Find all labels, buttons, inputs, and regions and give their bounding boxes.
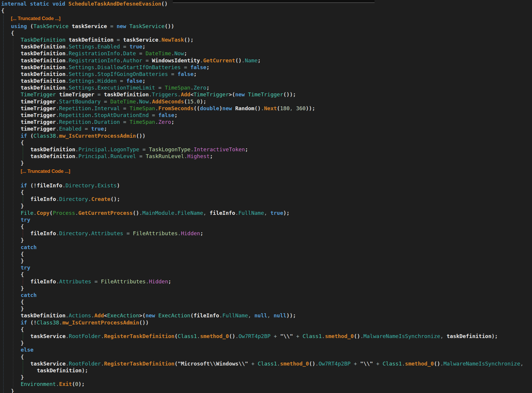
code-line: fileInfo.Directory.Create(); <box>0 196 532 202</box>
code-line: fileInfo.Attributes = FileAttributes.Hid… <box>0 278 532 285</box>
code-line: } <box>0 340 532 346</box>
code-line: if (Class38.mw_IsCurrentProcessAdmin()) <box>0 132 532 139</box>
code-line: else <box>0 346 532 353</box>
decompiler-code-view: internal static void ScheduleTaskAndDefe… <box>0 0 532 393</box>
code-line: taskDefinition.RegistrationInfo.Date = D… <box>0 50 532 57</box>
code-line: taskDefinition.RegistrationInfo.Author =… <box>0 57 532 64</box>
code-line: { <box>0 139 532 146</box>
truncated-code-marker: [... Truncated Code ...] <box>0 15 532 22</box>
code-line <box>0 175 532 182</box>
code-line: } <box>0 160 532 166</box>
code-line: if (!fileInfo.Directory.Exists) <box>0 182 532 189</box>
code-line: TaskDefinition taskDefinition = taskServ… <box>0 36 532 43</box>
code-line: Environment.Exit(0); <box>0 381 532 387</box>
code-line: taskService.RootFolder.RegisterTaskDefin… <box>0 360 532 367</box>
code-line: catch <box>0 244 532 251</box>
code-line: taskDefinition.Settings.ExecutionTimeLim… <box>0 84 532 91</box>
code-line: taskDefinition); <box>0 367 532 374</box>
code-line: taskDefinition.Settings.Enabled = true; <box>0 43 532 50</box>
code-line: timeTrigger.Repetition.Duration = TimeSp… <box>0 118 532 125</box>
code-line: using (TaskService taskService = new Tas… <box>0 23 532 30</box>
code-line: { <box>0 298 532 305</box>
code-line: } <box>0 237 532 243</box>
code-line: } <box>0 285 532 292</box>
code-line: } <box>0 305 532 312</box>
code-line: taskDefinition.Settings.StopIfGoingOnBat… <box>0 71 532 77</box>
window-edge-strip <box>173 0 375 3</box>
code-line: { <box>0 189 532 196</box>
code-line: { <box>0 326 532 333</box>
code-line: } <box>0 374 532 381</box>
code-line: { <box>0 271 532 278</box>
code-line: timeTrigger.Enabled = true; <box>0 125 532 132</box>
code-line: taskDefinition.Principal.LogonType = Tas… <box>0 146 532 153</box>
code-line: { <box>0 7 532 14</box>
code-line: File.Copy(Process.GetCurrentProcess().Ma… <box>0 210 532 216</box>
code-line: } <box>0 257 532 264</box>
code-line: } <box>0 202 532 209</box>
code-line: } <box>0 388 532 393</box>
code-line: if (!Class38.mw_IsCurrentProcessAdmin()) <box>0 319 532 326</box>
code-line: taskDefinition.Settings.DisallowStartIfO… <box>0 64 532 71</box>
code-line: TimeTrigger timeTrigger = taskDefinition… <box>0 91 532 98</box>
code-line: { <box>0 251 532 257</box>
code-line: timeTrigger.Repetition.StopAtDurationEnd… <box>0 112 532 118</box>
code-line: taskDefinition.Actions.Add<ExecAction>(n… <box>0 312 532 319</box>
code-line: fileInfo.Directory.Attributes = FileAttr… <box>0 230 532 237</box>
code-line: { <box>0 30 532 36</box>
code-line: catch <box>0 292 532 298</box>
code-line: { <box>0 353 532 360</box>
truncated-code-marker: [... Truncated Code ...] <box>0 168 532 174</box>
code-line: { <box>0 223 532 230</box>
code-line: taskService.RootFolder.RegisterTaskDefin… <box>0 333 532 340</box>
code-line: taskDefinition.Settings.Hidden = false; <box>0 77 532 84</box>
code-line: timeTrigger.StartBoundary = DateTime.Now… <box>0 98 532 105</box>
code-line: taskDefinition.Principal.RunLevel = Task… <box>0 153 532 160</box>
code-line: timeTrigger.Repetition.Interval = TimeSp… <box>0 105 532 112</box>
code-editor[interactable]: internal static void ScheduleTaskAndDefe… <box>0 0 532 393</box>
code-line: try <box>0 216 532 223</box>
code-line: try <box>0 264 532 271</box>
